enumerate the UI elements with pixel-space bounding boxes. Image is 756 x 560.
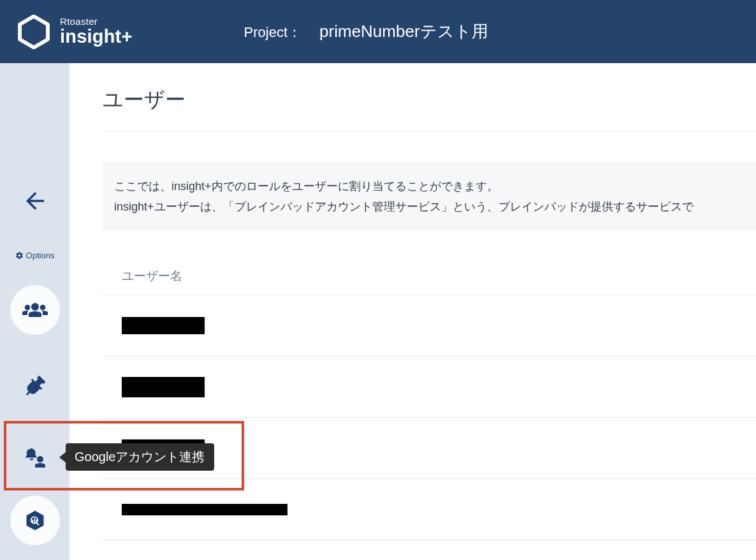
sidebar-options-label: Options (26, 251, 55, 260)
project-name: primeNumberテスト用 (319, 20, 488, 43)
brand-small-text: Rtoaster (60, 17, 133, 27)
gear-icon (15, 251, 24, 260)
info-line-1: ここでは、insight+内でのロールをユーザーに割り当てることができます。 (114, 177, 745, 197)
page-title: ユーザー (103, 86, 756, 114)
svg-rect-10 (34, 519, 35, 523)
users-icon (22, 301, 48, 319)
sidebar-options-button[interactable]: Options (0, 251, 69, 260)
info-line-2: insight+ユーザーは、「ブレインパッドアカウント管理サービス」という、ブレ… (114, 197, 745, 217)
bigquery-icon (24, 509, 47, 532)
table-row[interactable] (103, 479, 756, 540)
sidebar-item-integrations[interactable] (10, 360, 60, 409)
divider (103, 131, 756, 131)
sidebar-tooltip: Googleアカウント連携 (66, 443, 214, 471)
top-bar: Rtoaster insight+ Project： primeNumberテス… (0, 0, 756, 63)
project-selector[interactable]: Project： primeNumberテスト用 (244, 20, 488, 43)
sidebar-back-button[interactable] (22, 188, 48, 217)
info-banner: ここでは、insight+内でのロールをユーザーに割り当てることができます。 i… (103, 163, 756, 231)
sidebar-item-notifications[interactable] (10, 433, 60, 483)
main-content: ユーザー ここでは、insight+内でのロールをユーザーに割り当てることができ… (69, 63, 756, 560)
users-column-header: ユーザー名 (103, 256, 756, 295)
sidebar: Options (0, 63, 69, 560)
user-name-redacted (122, 377, 205, 397)
svg-point-2 (31, 303, 39, 311)
user-name-redacted (122, 504, 287, 515)
svg-marker-1 (27, 32, 41, 41)
bell-person-icon (24, 448, 47, 468)
sidebar-item-users[interactable] (10, 285, 60, 335)
arrow-left-icon (22, 188, 48, 214)
svg-rect-9 (32, 520, 33, 523)
plug-icon (24, 374, 46, 395)
svg-point-3 (24, 305, 30, 311)
sidebar-tooltip-text: Googleアカウント連携 (75, 448, 205, 466)
svg-point-5 (37, 456, 43, 462)
table-row[interactable] (103, 295, 756, 357)
table-row[interactable] (103, 357, 756, 418)
user-name-redacted (122, 317, 205, 334)
sidebar-item-google-link[interactable] (10, 496, 60, 545)
svg-point-4 (40, 305, 45, 311)
brand-logo: Rtoaster insight+ (17, 15, 133, 49)
svg-rect-11 (36, 519, 37, 522)
brand-big-text: insight+ (60, 27, 133, 46)
project-label: Project： (244, 23, 302, 42)
rtoaster-logo-icon (17, 15, 51, 49)
